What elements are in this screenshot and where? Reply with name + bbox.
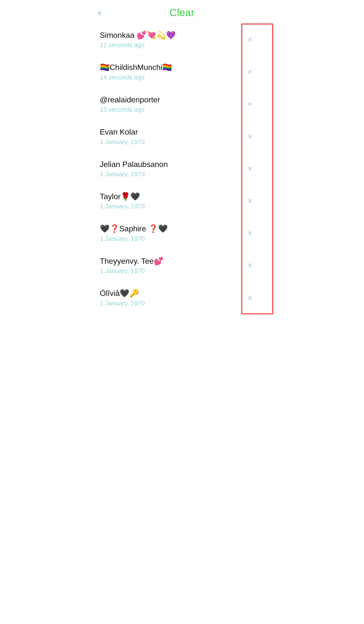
- list-item: 🖤❓Saphire ❓🖤 1 January, 1970 ×: [91, 217, 273, 249]
- close-icon-3: ×: [247, 131, 252, 142]
- item-name-2: @realaidenporter: [100, 95, 234, 104]
- item-time-5: 1 January, 1970: [100, 203, 234, 210]
- close-icon-7: ×: [247, 260, 252, 271]
- item-name-1: 🏳️‍🌈ChildishMunchi🏳️‍🌈: [100, 63, 234, 72]
- remove-button-8[interactable]: ×: [234, 293, 266, 303]
- remove-button-0[interactable]: ×: [234, 35, 266, 45]
- item-content-1: 🏳️‍🌈ChildishMunchi🏳️‍🌈 14 seconds ago: [100, 63, 234, 81]
- item-name-5: Taylor🌹🖤: [100, 192, 234, 201]
- item-time-2: 15 seconds ago: [100, 106, 234, 113]
- remove-button-7[interactable]: ×: [234, 260, 266, 271]
- item-name-4: Jelian Palaubsanon: [100, 160, 234, 169]
- search-history-list: Simonkaa 💕💘💫💜 12 seconds ago × 🏳️‍🌈Child…: [91, 24, 273, 314]
- remove-button-1[interactable]: ×: [234, 67, 266, 77]
- header: ‹ Clear: [91, 0, 273, 24]
- item-content-3: Evan Kolar 1 January, 1970: [100, 127, 234, 146]
- item-content-0: Simonkaa 💕💘💫💜 12 seconds ago: [100, 30, 234, 49]
- item-content-4: Jelian Palaubsanon 1 January, 1970: [100, 160, 234, 178]
- page-title: Clear: [170, 7, 195, 19]
- remove-button-6[interactable]: ×: [234, 228, 266, 238]
- item-time-1: 14 seconds ago: [100, 74, 234, 81]
- list-item: Taylor🌹🖤 1 January, 1970 ×: [91, 185, 273, 217]
- item-time-6: 1 January, 1970: [100, 235, 234, 242]
- item-name-6: 🖤❓Saphire ❓🖤: [100, 224, 234, 233]
- remove-button-3[interactable]: ×: [234, 131, 266, 142]
- item-name-3: Evan Kolar: [100, 127, 234, 136]
- item-content-8: Ólîviâ🖤🔑 1 January, 1970: [100, 289, 234, 307]
- close-icon-0: ×: [247, 35, 252, 45]
- close-icon-1: ×: [247, 67, 252, 77]
- remove-button-5[interactable]: ×: [234, 196, 266, 206]
- item-content-5: Taylor🌹🖤 1 January, 1970: [100, 192, 234, 210]
- app-container: ‹ Clear Simonkaa 💕💘💫💜 12 seconds ago × 🏳…: [91, 0, 273, 314]
- item-content-2: @realaidenporter 15 seconds ago: [100, 95, 234, 113]
- close-icon-6: ×: [247, 228, 252, 238]
- list-item: Ólîviâ🖤🔑 1 January, 1970 ×: [91, 282, 273, 314]
- item-time-0: 12 seconds ago: [100, 41, 234, 49]
- close-icon-5: ×: [247, 196, 252, 206]
- remove-button-2[interactable]: ×: [234, 99, 266, 109]
- item-time-8: 1 January, 1970: [100, 300, 234, 307]
- back-button[interactable]: ‹: [98, 8, 101, 17]
- item-content-6: 🖤❓Saphire ❓🖤 1 January, 1970: [100, 224, 234, 242]
- list-item: 🏳️‍🌈ChildishMunchi🏳️‍🌈 14 seconds ago ×: [91, 56, 273, 88]
- item-time-3: 1 January, 1970: [100, 138, 234, 146]
- item-content-7: Theyyenvy. Tee💕 1 January, 1970: [100, 257, 234, 275]
- close-icon-2: ×: [247, 99, 252, 109]
- list-item: @realaidenporter 15 seconds ago ×: [91, 88, 273, 120]
- list-item: Jelian Palaubsanon 1 January, 1970 ×: [91, 153, 273, 185]
- item-time-7: 1 January, 1970: [100, 267, 234, 275]
- list-item: Theyyenvy. Tee💕 1 January, 1970 ×: [91, 250, 273, 282]
- item-name-8: Ólîviâ🖤🔑: [100, 289, 234, 298]
- item-name-0: Simonkaa 💕💘💫💜: [100, 30, 234, 40]
- item-time-4: 1 January, 1970: [100, 170, 234, 178]
- list-item: Evan Kolar 1 January, 1970 ×: [91, 120, 273, 153]
- remove-button-4[interactable]: ×: [234, 164, 266, 174]
- close-icon-8: ×: [247, 293, 252, 303]
- close-icon-4: ×: [247, 164, 252, 174]
- item-name-7: Theyyenvy. Tee💕: [100, 257, 234, 266]
- list-item: Simonkaa 💕💘💫💜 12 seconds ago ×: [91, 24, 273, 56]
